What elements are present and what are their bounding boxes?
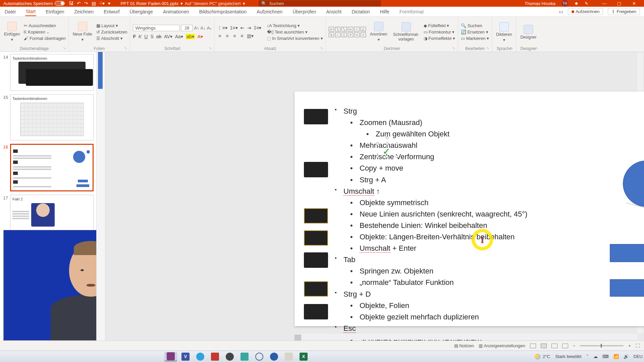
from-beginning-icon[interactable]: ▤ <box>92 1 96 6</box>
underline-button[interactable]: U <box>144 34 148 39</box>
thumb-14[interactable]: Tastenkombinationen <box>10 54 94 91</box>
tab-ueberpruefen[interactable]: Überprüfen <box>292 8 317 16</box>
selected-shape[interactable]: ✓ <box>377 144 397 157</box>
tab-formformat[interactable]: Formformat <box>399 8 424 16</box>
tab-zeichnen[interactable]: Zeichnen <box>74 8 95 16</box>
onedrive-icon[interactable]: ☁ <box>593 354 598 359</box>
notizen-button[interactable]: ▤ Notizen <box>454 343 474 348</box>
spacing-button[interactable]: AV▾ <box>164 34 172 39</box>
rotate-handle-icon[interactable] <box>386 136 388 139</box>
taskbar-app-blue[interactable] <box>268 352 280 361</box>
align-right-button[interactable]: ≡ <box>232 33 237 39</box>
search-box[interactable]: 🔍 Suchen <box>259 0 381 6</box>
fit-window-icon[interactable]: ⛶ <box>636 343 640 348</box>
user-avatar[interactable]: TH <box>561 0 568 7</box>
line-spacing-button[interactable]: ‡≡▾ <box>254 25 262 31</box>
undo-icon[interactable]: ↶ <box>77 1 81 6</box>
textrichtung-button[interactable]: ↕A Textrichtung ▾ <box>267 23 323 28</box>
save-icon[interactable]: 🖫 <box>69 1 73 6</box>
horizontal-scrollbar[interactable] <box>294 334 638 340</box>
tab-entwurf[interactable]: Entwurf <box>103 8 120 16</box>
tab-bildschirmpraesentation[interactable]: Bildschirmpräsentation <box>199 8 248 16</box>
clear-format-icon[interactable]: Aₓ <box>207 25 212 31</box>
file-name[interactable]: PPT 01 Roter Faden 001.pptx ▾ Auf "diese… <box>120 1 245 6</box>
bullets-button[interactable]: ⋮≡▾ <box>217 25 227 31</box>
tab-datei[interactable]: Datei <box>4 8 16 16</box>
decrease-font-icon[interactable]: A↓ <box>201 25 206 31</box>
tab-animationen[interactable]: Animationen <box>162 8 190 16</box>
normal-view-icon[interactable] <box>530 344 536 348</box>
increase-font-icon[interactable]: A↑ <box>194 25 199 31</box>
resize-handle[interactable] <box>395 142 398 145</box>
resize-handle[interactable] <box>386 155 388 158</box>
indent-inc-button[interactable]: ⇥ <box>247 25 251 31</box>
thumb-15[interactable]: Tastenkombinationen <box>10 94 94 140</box>
taskbar-app-circle[interactable] <box>253 352 266 361</box>
case-button[interactable]: Aa▾ <box>175 34 183 39</box>
shape-circle-large[interactable] <box>623 161 644 207</box>
numbering-button[interactable]: 1≡▾ <box>230 25 238 31</box>
format-uebertragen-button[interactable]: 🖌 Format übertragen <box>24 36 65 41</box>
ausschneiden-button[interactable]: ✂ Ausschneiden <box>24 23 65 28</box>
diamond-icon[interactable]: ⯁ <box>574 1 579 6</box>
tab-aufzeichnen[interactable]: Aufzeichnen <box>256 8 283 16</box>
markieren-button[interactable]: ▭ Markieren ▾ <box>461 36 489 41</box>
key-image-ctrld[interactable] <box>304 230 328 246</box>
align-justify-button[interactable]: ≡ <box>239 33 244 39</box>
align-center-button[interactable]: ≡ <box>225 33 229 39</box>
key-image-shift[interactable] <box>304 162 328 177</box>
reading-view-icon[interactable] <box>551 344 557 348</box>
shape-rect-2[interactable] <box>610 279 644 297</box>
fuelleffekt-button[interactable]: ◆ Fülleffekt ▾ <box>424 23 455 28</box>
shape-rect-1[interactable] <box>610 244 644 262</box>
qat-more-icon[interactable]: ▾ <box>108 1 110 6</box>
layout-button[interactable]: ▦ Layout ▾ <box>96 23 127 28</box>
tab-einfuegen[interactable]: Einfügen <box>45 8 65 16</box>
anzeige-button[interactable]: ▥ Anzeigeeinstellungen <box>479 343 525 348</box>
ersetzen-button[interactable]: 🔄 Ersetzen ▾ <box>461 29 489 35</box>
highlight-button[interactable]: ab▾ <box>186 34 195 39</box>
slideshow-view-icon[interactable] <box>562 344 568 348</box>
autosave-toggle[interactable]: Automatisches Speichern <box>3 1 65 6</box>
taskbar-app-red[interactable] <box>209 352 221 361</box>
minimize-icon[interactable]: ― <box>598 1 611 6</box>
wifi-icon[interactable]: 📶 <box>613 354 619 359</box>
volume-icon[interactable]: 🔊 <box>624 354 629 359</box>
key-image-alt[interactable] <box>304 281 328 297</box>
italic-button[interactable]: K <box>139 34 142 39</box>
abschnitt-button[interactable]: ☰ Abschnitt ▾ <box>96 36 127 41</box>
redo-icon[interactable]: ↷ <box>84 1 88 6</box>
tab-dictation[interactable]: Dictation <box>351 8 370 16</box>
align-left-button[interactable]: ≡ <box>217 33 222 39</box>
shapes-gallery[interactable]: ▭╲╲▭○△ ↳⌐{↗⇨☆ <box>329 27 366 37</box>
taskbar-app-onenote[interactable] <box>164 352 177 361</box>
resize-handle[interactable] <box>376 155 379 158</box>
suchen-button[interactable]: 🔍 Suchen <box>461 23 489 28</box>
thumb-17[interactable]: Fakt 2 <box>10 195 94 232</box>
taskbar-app-teal[interactable] <box>238 352 251 361</box>
slide-canvas-area[interactable]: Strg Zoomen (Mausrad) Zum gewählten Obje… <box>97 52 644 341</box>
key-image-entf[interactable] <box>304 304 328 319</box>
formkontur-button[interactable]: ▭ Formkontur ▾ <box>424 29 455 35</box>
anordnen-button[interactable]: Anordnen▾ <box>369 22 389 42</box>
zoom-in-icon[interactable]: + <box>628 343 631 348</box>
touch-mode-icon[interactable]: ☟▾ <box>99 1 105 6</box>
taskbar-app-excel[interactable]: X <box>297 352 310 361</box>
resize-handle[interactable] <box>386 142 388 145</box>
resize-handle[interactable] <box>376 142 379 145</box>
input-icon[interactable]: ⌨ <box>602 354 609 359</box>
taskbar-app-visio[interactable]: V <box>179 352 192 361</box>
close-icon[interactable]: ✕ <box>627 1 641 6</box>
neue-folie-button[interactable]: Neue Folie▾ <box>71 22 94 42</box>
taskbar-app-telegram[interactable] <box>194 352 207 361</box>
bold-button[interactable]: F <box>133 34 136 39</box>
maximize-icon[interactable]: ▢ <box>612 1 626 6</box>
designer-button[interactable]: Designer <box>519 25 538 40</box>
key-image-tab[interactable] <box>304 208 328 224</box>
key-image-ctrl[interactable] <box>304 109 328 124</box>
slide-text-content[interactable]: Strg Zoomen (Mausrad) Zum gewählten Obje… <box>335 106 590 341</box>
indent-dec-button[interactable]: ⇤ <box>240 25 245 31</box>
font-name-select[interactable]: Wingdings <box>133 25 180 31</box>
language-indicator[interactable]: DEU <box>634 354 643 359</box>
key-image-esc[interactable] <box>304 252 328 268</box>
